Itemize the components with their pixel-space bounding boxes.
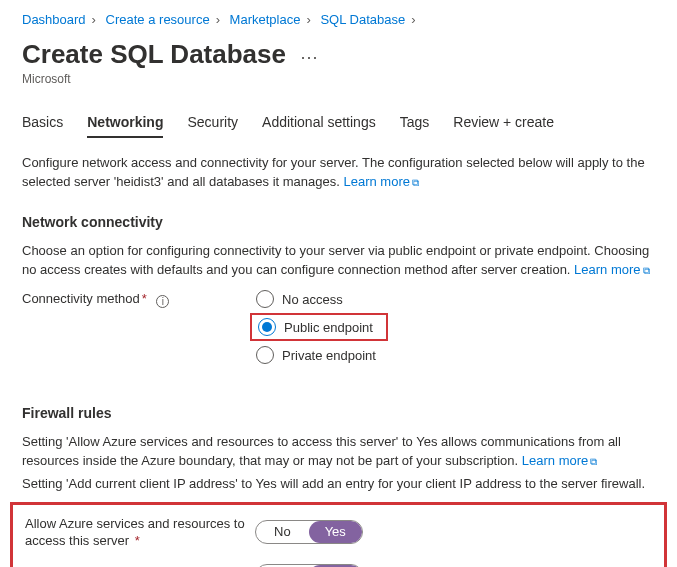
breadcrumb-item[interactable]: Marketplace bbox=[230, 12, 301, 27]
info-icon[interactable]: i bbox=[156, 295, 169, 308]
page-title: Create SQL Database bbox=[22, 39, 286, 70]
radio-icon bbox=[258, 318, 276, 336]
field-label-text: Connectivity method bbox=[22, 291, 140, 306]
required-indicator: * bbox=[131, 533, 140, 548]
tab-additional-settings[interactable]: Additional settings bbox=[262, 114, 376, 138]
learn-more-link[interactable]: Learn more⧉ bbox=[343, 174, 418, 189]
page-subtitle: Microsoft bbox=[22, 72, 655, 86]
more-actions-button[interactable]: ⋯ bbox=[300, 46, 319, 68]
chevron-right-icon: › bbox=[411, 12, 415, 27]
tab-networking[interactable]: Networking bbox=[87, 114, 163, 138]
chevron-right-icon: › bbox=[306, 12, 310, 27]
allow-azure-services-label: Allow Azure services and resources to ac… bbox=[25, 515, 255, 550]
section-title-firewall: Firewall rules bbox=[22, 405, 655, 421]
radio-label: Public endpoint bbox=[284, 320, 373, 335]
highlight-annotation: Allow Azure services and resources to ac… bbox=[10, 502, 667, 567]
connectivity-method-label: Connectivity method* i bbox=[22, 289, 252, 308]
required-indicator: * bbox=[142, 291, 147, 306]
chevron-right-icon: › bbox=[92, 12, 96, 27]
toggle-yes[interactable]: Yes bbox=[309, 521, 362, 543]
tab-tags[interactable]: Tags bbox=[400, 114, 430, 138]
radio-label: Private endpoint bbox=[282, 348, 376, 363]
intro-text: Configure network access and connectivit… bbox=[22, 154, 655, 192]
breadcrumb-item[interactable]: Dashboard bbox=[22, 12, 86, 27]
link-label: Learn more bbox=[574, 262, 640, 277]
section-title-network: Network connectivity bbox=[22, 214, 655, 230]
tabs: Basics Networking Security Additional se… bbox=[22, 114, 655, 138]
highlight-annotation: Public endpoint bbox=[250, 313, 388, 341]
external-link-icon: ⧉ bbox=[590, 456, 597, 467]
firewall-desc-2: Setting 'Add current client IP address' … bbox=[22, 475, 655, 494]
network-desc-body: Choose an option for configuring connect… bbox=[22, 243, 649, 277]
radio-icon bbox=[256, 346, 274, 364]
radio-private-endpoint[interactable]: Private endpoint bbox=[252, 345, 380, 365]
allow-azure-services-toggle[interactable]: No Yes bbox=[255, 520, 363, 544]
tab-security[interactable]: Security bbox=[187, 114, 238, 138]
toggle-no[interactable]: No bbox=[256, 521, 309, 543]
breadcrumb-item[interactable]: Create a resource bbox=[106, 12, 210, 27]
tab-basics[interactable]: Basics bbox=[22, 114, 63, 138]
external-link-icon: ⧉ bbox=[643, 265, 650, 276]
external-link-icon: ⧉ bbox=[412, 177, 419, 188]
radio-no-access[interactable]: No access bbox=[252, 289, 380, 309]
breadcrumb-item[interactable]: SQL Database bbox=[320, 12, 405, 27]
network-description: Choose an option for configuring connect… bbox=[22, 242, 655, 280]
chevron-right-icon: › bbox=[216, 12, 220, 27]
connectivity-method-radiogroup: No access Public endpoint Private endpoi… bbox=[252, 289, 380, 365]
tab-review-create[interactable]: Review + create bbox=[453, 114, 554, 138]
radio-label: No access bbox=[282, 292, 343, 307]
intro-text-body: Configure network access and connectivit… bbox=[22, 155, 645, 189]
radio-icon bbox=[256, 290, 274, 308]
link-label: Learn more bbox=[522, 453, 588, 468]
learn-more-link[interactable]: Learn more⧉ bbox=[522, 453, 597, 468]
radio-public-endpoint[interactable]: Public endpoint bbox=[254, 317, 377, 337]
breadcrumb: Dashboard› Create a resource› Marketplac… bbox=[22, 12, 655, 27]
link-label: Learn more bbox=[343, 174, 409, 189]
firewall-desc-1: Setting 'Allow Azure services and resour… bbox=[22, 433, 655, 471]
learn-more-link[interactable]: Learn more⧉ bbox=[574, 262, 649, 277]
